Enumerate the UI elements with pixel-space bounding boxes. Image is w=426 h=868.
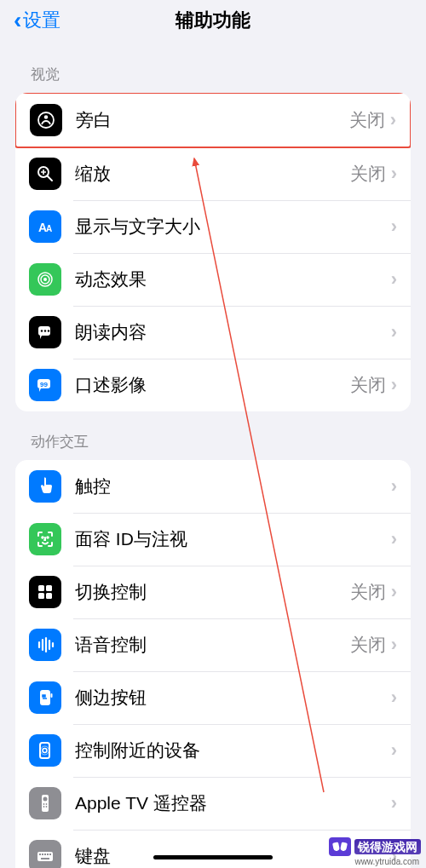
svg-rect-20 [46,585,52,591]
faceid-icon [29,523,61,555]
row-value: 关闭 [350,162,386,186]
svg-rect-43 [47,854,49,855]
svg-rect-40 [39,854,41,855]
row-label: 语音控制 [75,633,350,657]
chevron-right-icon: › [391,216,397,238]
watermark-brand: 锐得游戏网 [354,839,421,855]
row-label: Apple TV 遥控器 [75,791,391,815]
row-nearby-devices[interactable]: 控制附近的设备 › [15,724,411,777]
svg-point-36 [46,803,48,805]
nearby-icon [29,734,61,767]
watermark-url: www.ytruida.com [354,857,419,866]
section-header-motor: 动作交互 [0,411,426,460]
row-label: 口述影像 [75,373,350,397]
svg-rect-39 [37,852,53,861]
svg-rect-19 [38,585,44,591]
svg-point-17 [42,537,43,538]
svg-rect-42 [44,854,46,855]
chevron-right-icon: › [391,374,397,396]
motion-icon [29,263,61,296]
chevron-right-icon: › [390,109,396,131]
page-title: 辅助功能 [176,8,250,33]
svg-rect-22 [46,593,52,599]
svg-rect-45 [41,858,49,859]
row-label: 面容 ID与注视 [75,527,391,551]
row-voiceover[interactable]: 旁白 关闭 › [15,93,411,148]
back-button[interactable]: ‹ 设置 [14,8,60,33]
chevron-right-icon: › [391,581,397,603]
svg-point-18 [47,537,49,538]
svg-point-0 [38,112,54,128]
row-voice-control[interactable]: 语音控制 关闭 › [15,618,411,671]
svg-rect-41 [42,854,43,855]
watermark-logo-icon [329,837,351,856]
svg-text:A: A [46,224,52,233]
row-label: 切换控制 [75,580,350,604]
chevron-right-icon: › [391,687,397,709]
side-button-icon [29,681,61,714]
svg-text:99: 99 [40,381,48,388]
chevron-right-icon: › [391,163,397,185]
row-label: 缩放 [75,162,350,186]
chevron-left-icon: ‹ [14,9,21,32]
chevron-right-icon: › [391,268,397,290]
row-label: 动态效果 [75,267,391,291]
svg-point-37 [43,806,45,808]
svg-point-1 [44,115,48,118]
row-label: 朗读内容 [75,320,391,344]
chevron-right-icon: › [391,739,397,762]
watermark: 锐得游戏网 [329,837,421,856]
row-apple-tv-remote[interactable]: Apple TV 遥控器 › [15,777,411,830]
voice-control-icon [29,629,61,661]
speech-icon [29,316,61,348]
svg-point-38 [46,806,48,808]
touch-icon [29,470,61,503]
svg-point-13 [44,330,46,331]
row-side-button[interactable]: 侧边按钮 › [15,671,411,724]
svg-rect-44 [49,854,51,855]
svg-point-10 [43,278,47,281]
svg-point-31 [43,749,47,753]
row-label: 控制附近的设备 [75,739,391,762]
row-switch-control[interactable]: 切换控制 关闭 › [15,566,411,618]
back-label: 设置 [23,8,60,33]
audio-desc-icon: 99 [29,369,61,401]
voiceover-icon [30,104,62,136]
group-vision: 旁白 关闭 › 缩放 关闭 › AA 显示与文字大小 › 动态效果 › 朗读内容… [15,93,411,411]
home-indicator [153,855,273,859]
chevron-right-icon: › [391,792,397,814]
text-size-icon: AA [29,210,61,243]
row-label: 触控 [75,474,391,498]
svg-rect-28 [40,690,50,705]
svg-point-12 [41,330,43,331]
chevron-right-icon: › [391,528,397,550]
row-value: 关闭 [350,633,386,657]
row-label: 旁白 [76,108,349,132]
row-spoken-content[interactable]: 朗读内容 › [15,306,411,359]
row-motion[interactable]: 动态效果 › [15,253,411,306]
switch-icon [29,576,61,608]
row-value: 关闭 [350,373,386,397]
row-value: 关闭 [350,580,386,604]
row-text-size[interactable]: AA 显示与文字大小 › [15,200,411,253]
svg-rect-30 [40,743,49,758]
row-touch[interactable]: 触控 › [15,460,411,513]
row-zoom[interactable]: 缩放 关闭 › [15,147,411,200]
chevron-right-icon: › [391,634,397,656]
chevron-right-icon: › [391,475,397,497]
row-faceid[interactable]: 面容 ID与注视 › [15,513,411,566]
row-audio-descriptions[interactable]: 99 口述影像 关闭 › [15,359,411,411]
svg-line-3 [48,176,53,181]
svg-rect-29 [51,693,53,698]
remote-icon [29,787,61,819]
svg-point-32 [41,746,49,755]
row-label: 侧边按钮 [75,686,391,710]
group-motor: 触控 › 面容 ID与注视 › 切换控制 关闭 › 语音控制 关闭 › 侧边按钮… [15,460,411,868]
keyboard-icon [29,840,61,868]
section-header-vision: 视觉 [0,44,426,93]
zoom-icon [29,158,61,190]
nav-header: ‹ 设置 辅助功能 [0,0,426,44]
chevron-right-icon: › [391,321,397,343]
row-value: 关闭 [349,108,385,132]
svg-point-14 [48,330,49,331]
